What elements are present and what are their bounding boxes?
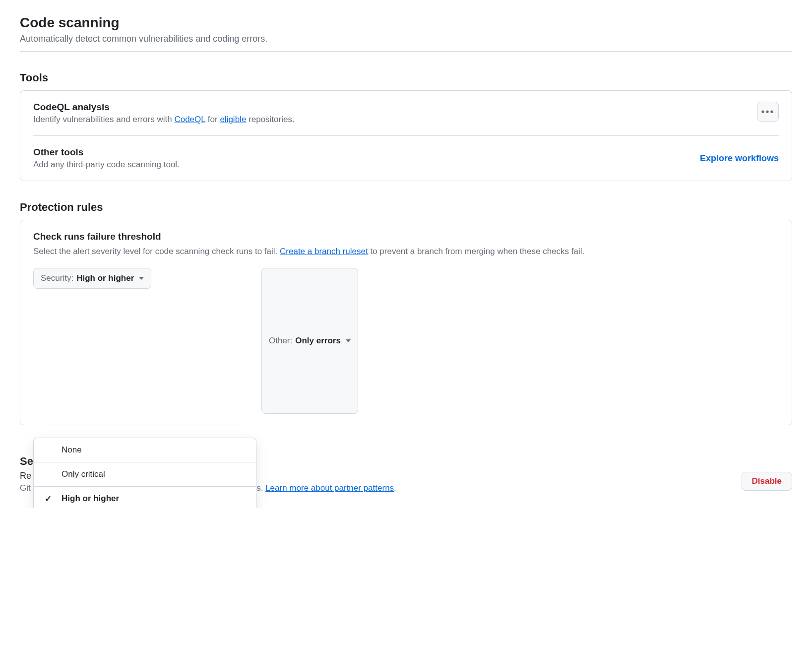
- other-tools-row: Other tools Add any third-party code sca…: [33, 135, 779, 170]
- menu-item-high-or-higher[interactable]: High or higher: [34, 487, 256, 508]
- create-ruleset-link[interactable]: Create a branch ruleset: [280, 247, 368, 256]
- secret-period: .: [394, 483, 396, 493]
- menu-item-only-critical[interactable]: Only critical: [34, 462, 256, 487]
- security-dropdown-value: High or higher: [76, 273, 134, 283]
- tools-section-title: Tools: [20, 71, 792, 84]
- codeql-link[interactable]: CodeQL: [174, 115, 205, 124]
- dropdown-row: Security: High or higher None Only criti…: [33, 268, 779, 414]
- tools-box: CodeQL analysis Identify vulnerabilities…: [20, 90, 792, 181]
- codeql-desc-mid: for: [205, 115, 220, 124]
- disable-button-1[interactable]: Disable: [742, 472, 792, 491]
- threshold-desc-suffix: to prevent a branch from merging when th…: [368, 247, 585, 256]
- security-dropdown-menu: None Only critical High or higher Medium…: [33, 438, 256, 508]
- threshold-desc-prefix: Select the alert severity level for code…: [33, 247, 280, 256]
- threshold-title: Check runs failure threshold: [33, 231, 779, 242]
- menu-item-none[interactable]: None: [34, 438, 256, 462]
- threshold-desc: Select the alert severity level for code…: [33, 245, 779, 258]
- codeql-desc-suffix: repositories.: [246, 115, 294, 124]
- page-title: Code scanning: [20, 15, 792, 31]
- codeql-title: CodeQL analysis: [33, 102, 295, 113]
- protection-box: Check runs failure threshold Select the …: [20, 220, 792, 425]
- security-dropdown-button[interactable]: Security: High or higher: [33, 268, 151, 289]
- codeql-desc: Identify vulnerabilities and errors with…: [33, 115, 295, 125]
- security-dropdown-prefix: Security:: [41, 273, 73, 283]
- kebab-icon: •••: [761, 106, 774, 118]
- security-dropdown-wrapper: Security: High or higher None Only criti…: [33, 268, 256, 414]
- explore-workflows-link[interactable]: Explore workflows: [700, 153, 779, 164]
- learn-partner-patterns-link[interactable]: Learn more about partner patterns: [265, 483, 394, 493]
- secret-line2-prefix: Git: [20, 483, 31, 493]
- caret-down-icon: [346, 339, 351, 342]
- tools-section: Tools CodeQL analysis Identify vulnerabi…: [20, 71, 792, 181]
- other-dropdown-prefix: Other:: [269, 336, 292, 346]
- secret-line1-prefix: Re: [20, 471, 31, 481]
- other-tools-desc: Add any third-party code scanning tool.: [33, 160, 180, 170]
- page-subtitle: Automatically detect common vulnerabilit…: [20, 34, 792, 52]
- caret-down-icon: [139, 277, 144, 280]
- codeql-desc-prefix: Identify vulnerabilities and errors with: [33, 115, 174, 124]
- other-dropdown-value: Only errors: [295, 336, 341, 346]
- codeql-row: CodeQL analysis Identify vulnerabilities…: [33, 102, 779, 125]
- protection-section-title: Protection rules: [20, 201, 792, 214]
- other-tools-title: Other tools: [33, 147, 180, 158]
- codeql-kebab-button[interactable]: •••: [757, 102, 779, 122]
- other-dropdown-button[interactable]: Other: Only errors: [261, 268, 358, 414]
- page-header: Code scanning Automatically detect commo…: [20, 15, 792, 52]
- protection-rules-section: Protection rules Check runs failure thre…: [20, 201, 792, 425]
- eligible-link[interactable]: eligible: [220, 115, 246, 124]
